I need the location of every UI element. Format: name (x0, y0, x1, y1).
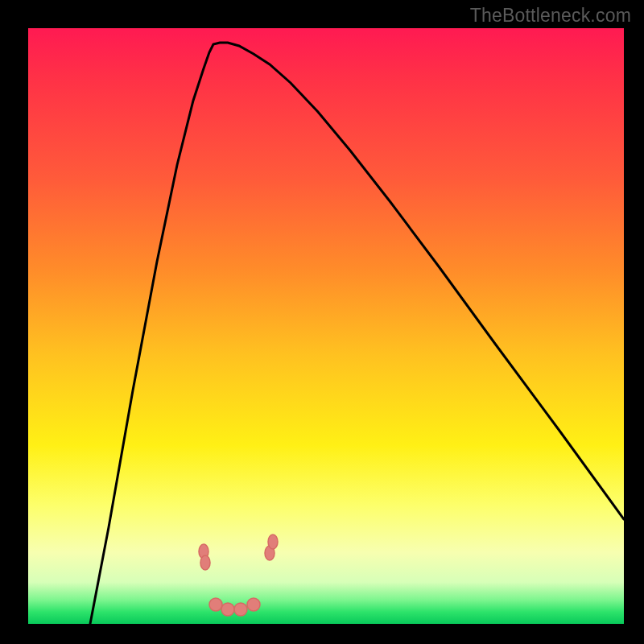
watermark-text: TheBottleneck.com (470, 5, 631, 27)
data-marker (234, 603, 247, 616)
data-marker (200, 555, 210, 570)
outer-frame: TheBottleneck.com (0, 0, 644, 644)
data-markers (199, 535, 278, 616)
data-marker (247, 598, 260, 611)
data-marker (209, 598, 222, 611)
data-marker (268, 535, 278, 549)
plot-area (28, 28, 624, 624)
data-marker (221, 603, 234, 616)
curve-svg (28, 28, 624, 624)
bottleneck-curve (90, 43, 624, 624)
